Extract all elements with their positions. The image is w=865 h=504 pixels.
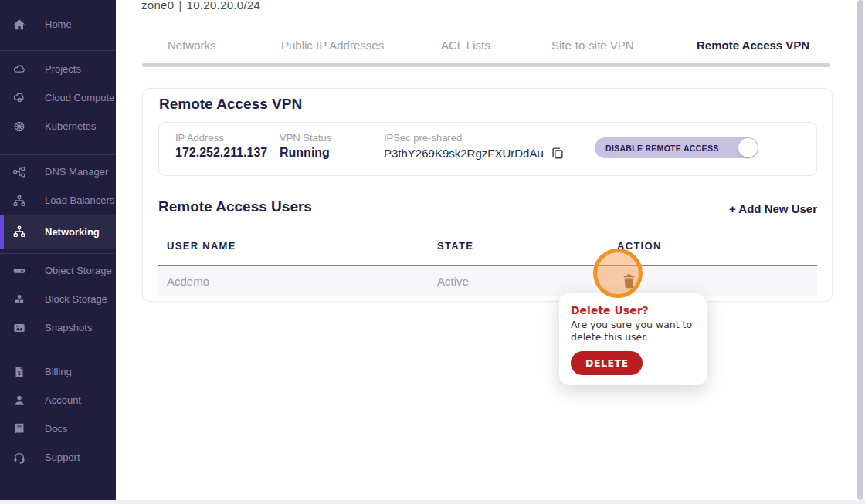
sidebar-item-label: DNS Manager [45, 166, 108, 178]
vpn-status-label: VPN Status [280, 132, 331, 144]
toggle-label: DISABLE REMOTE ACCESS [606, 144, 719, 153]
remote-access-vpn-card: Remote Access VPN IP Address 172.252.211… [142, 88, 833, 302]
load-balancer-icon [12, 194, 26, 208]
sidebar-item-networking[interactable]: Networking [0, 215, 116, 249]
copy-icon[interactable] [551, 146, 565, 160]
header-action: ACTION [609, 240, 817, 252]
header-state: STATE [429, 240, 609, 252]
sidebar-item-label: Snapshots [45, 322, 92, 333]
sidebar-item-label: Networking [45, 226, 100, 238]
breadcrumb-separator: | [178, 0, 181, 12]
add-new-user-button[interactable]: + Add New User [729, 202, 817, 215]
sidebar-item-label: Object Storage [45, 265, 112, 276]
disable-remote-access-toggle[interactable]: DISABLE REMOTE ACCESS [595, 137, 758, 158]
support-headset-icon [12, 451, 26, 465]
sidebar-item-label: Home [45, 19, 72, 30]
vpn-info-panel: IP Address 172.252.211.137 VPN Status Ru… [158, 122, 817, 176]
horizontal-scrollbar-track[interactable] [0, 500, 865, 504]
users-section-title: Remote Access Users [158, 198, 312, 215]
sidebar-item-account[interactable]: Account [0, 386, 116, 414]
users-table-header: USER NAME STATE ACTION [158, 240, 817, 252]
sidebar-item-label: Kubernetes [45, 120, 97, 132]
sidebar-item-label: Billing [45, 366, 72, 377]
dns-nodes-icon [12, 165, 26, 179]
networking-tree-icon [12, 225, 26, 238]
sidebar-item-label: Docs [45, 423, 68, 435]
delete-button[interactable]: DELETE [571, 351, 643, 375]
sidebar-item-home[interactable]: Home [0, 10, 116, 39]
sidebar-item-cloud-compute[interactable]: Cloud Compute [0, 83, 116, 112]
ipsec-preshared-value: P3thY269K9sk2RgzFXUrDdAu [384, 147, 544, 160]
home-icon [12, 18, 26, 32]
breadcrumb-zone: zone0 [141, 0, 174, 12]
sidebar-item-kubernetes[interactable]: Kubernetes [0, 112, 116, 140]
cloud-compute-icon [12, 91, 26, 105]
cell-user-name: Acdemo [158, 275, 429, 288]
tab-remote-access-vpn[interactable]: Remote Access VPN [697, 39, 809, 52]
account-person-icon [12, 394, 26, 408]
sidebar-item-label: Support [45, 452, 80, 463]
kubernetes-helm-icon [12, 120, 26, 134]
app-window: Home Projects Cloud Compute [0, 0, 865, 504]
vertical-scrollbar[interactable] [857, 0, 863, 500]
object-storage-icon [12, 264, 26, 278]
header-user-name: USER NAME [158, 240, 429, 252]
sidebar-item-label: Projects [45, 63, 81, 75]
tab-acl-lists[interactable]: ACL Lists [441, 39, 490, 52]
delete-user-popover: Delete User? Are you sure you want to de… [559, 293, 707, 385]
popover-body: Are you sure you want to delete this use… [571, 319, 694, 343]
block-storage-icon [12, 293, 26, 306]
table-row: Acdemo Active [158, 266, 817, 296]
ip-address-label: IP Address [175, 132, 267, 144]
ip-address-value: 172.252.211.137 [175, 146, 267, 160]
ipsec-preshared-label: IPSec pre-shared [384, 132, 565, 144]
card-title: Remote Access VPN [159, 96, 302, 113]
vpn-status-value: Running [280, 146, 331, 160]
tab-site-to-site-vpn[interactable]: Site-to-site VPN [551, 39, 634, 52]
sidebar-item-support[interactable]: Support [0, 443, 116, 472]
cell-action [609, 274, 817, 289]
snapshots-image-icon [12, 321, 26, 335]
tab-underline-bar [142, 63, 830, 67]
sidebar-item-label: Block Storage [45, 293, 107, 305]
sidebar-item-load-balancers[interactable]: Load Balancers [0, 186, 116, 215]
sidebar-item-dns-manager[interactable]: DNS Manager [0, 157, 116, 186]
svg-text:$: $ [18, 370, 21, 376]
sidebar-item-block-storage[interactable]: Block Storage [0, 285, 116, 313]
trash-icon[interactable] [622, 274, 636, 289]
tab-public-ip-addresses[interactable]: Public IP Addresses [281, 39, 384, 52]
ip-address-field: IP Address 172.252.211.137 [175, 132, 267, 160]
sidebar-item-billing[interactable]: $ Billing [0, 357, 116, 386]
vpn-status-field: VPN Status Running [280, 132, 331, 160]
sidebar-item-docs[interactable]: Docs [0, 414, 116, 443]
toggle-knob[interactable] [738, 138, 758, 157]
popover-title: Delete User? [571, 304, 694, 316]
billing-receipt-icon: $ [12, 365, 26, 379]
sidebar-item-projects[interactable]: Projects [0, 55, 116, 83]
tab-networks[interactable]: Networks [168, 39, 216, 52]
sidebar-item-snapshots[interactable]: Snapshots [0, 313, 116, 342]
ipsec-preshared-field: IPSec pre-shared P3thY269K9sk2RgzFXUrDdA… [384, 132, 565, 160]
sidebar-item-label: Load Balancers [45, 194, 114, 206]
sidebar-item-object-storage[interactable]: Object Storage [0, 256, 116, 285]
sidebar-item-label: Account [45, 394, 81, 406]
breadcrumb: zone0|10.20.20.0/24 [141, 0, 265, 12]
projects-cloud-icon [12, 63, 26, 76]
breadcrumb-cidr: 10.20.20.0/24 [187, 0, 261, 12]
sidebar-item-label: Cloud Compute [45, 92, 114, 103]
sidebar: Home Projects Cloud Compute [0, 0, 116, 500]
cell-state: Active [429, 275, 609, 288]
docs-book-icon [12, 422, 26, 436]
